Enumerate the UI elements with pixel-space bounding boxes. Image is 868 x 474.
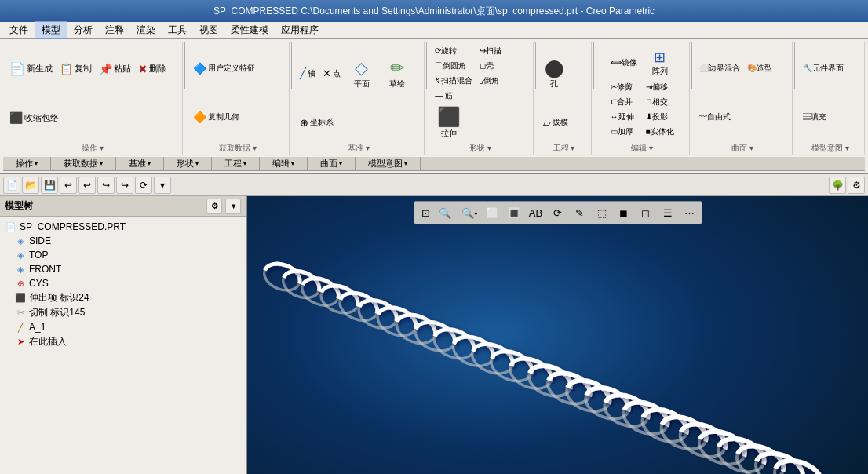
btn-paste[interactable]: 📌 粘贴 [96, 61, 134, 77]
menu-model[interactable]: 模型 [35, 21, 67, 39]
vp-more[interactable]: ☰ [658, 203, 678, 222]
btn-style[interactable]: 🎨造型 [744, 61, 775, 75]
btn-hole[interactable]: ⬤ 孔 [540, 56, 568, 92]
tree-item-top[interactable]: ◈ TOP [3, 248, 243, 262]
btn-trim[interactable]: ✂修剪 [607, 80, 642, 94]
quick-undo2[interactable]: ↩ [78, 177, 96, 194]
btn-boundary[interactable]: ⬜边界混合 [696, 61, 743, 75]
section-edit[interactable]: 编辑 ▾ [260, 157, 308, 170]
view-options[interactable]: ⚙ [848, 177, 865, 194]
btn-fill[interactable]: ▤填充 [800, 110, 830, 124]
tree-item-root[interactable]: 📄 SP_COMPRESSED.PRT [3, 220, 243, 234]
btn-extend[interactable]: ↔延伸 [607, 110, 642, 124]
vp-ab[interactable]: AB [526, 203, 546, 222]
menu-view[interactable]: 视图 [193, 22, 224, 38]
sidebar-settings[interactable]: ⚙ [206, 199, 222, 214]
quick-new-file[interactable]: 📄 [3, 177, 20, 194]
vp-extra[interactable]: ⋯ [680, 203, 700, 222]
btn-array[interactable]: ⊞ 阵列 [643, 46, 677, 79]
tree-toggle[interactable]: 🌳 [829, 177, 846, 194]
viewport[interactable]: // Spring will be drawn via JS below ⊡ 🔍… [247, 196, 868, 474]
quick-regen[interactable]: ⟳ [135, 177, 152, 194]
btn-project[interactable]: ⬇投影 [643, 110, 677, 124]
btn-round[interactable]: ⌒倒圆角 [432, 59, 476, 73]
btn-copy-geo[interactable]: 🔶 复制几何 [190, 109, 243, 125]
btn-draft[interactable]: ▱ 拔模 [540, 115, 571, 130]
tree-item-a1-label: A_1 [29, 322, 46, 333]
section-shape[interactable]: 形状 ▾ [164, 157, 212, 170]
btn-rib[interactable]: — 筋 [432, 89, 476, 103]
quick-open[interactable]: 📂 [22, 177, 39, 194]
tree-item-a1[interactable]: ╱ A_1 [3, 320, 243, 334]
menu-render[interactable]: 渲染 [130, 22, 162, 38]
section-intent[interactable]: 模型意图 ▾ [356, 157, 421, 170]
tree-item-cys[interactable]: ⊕ CYS [3, 276, 243, 290]
sep6 [691, 42, 692, 89]
btn-component-interface[interactable]: 🔧元件界面 [800, 61, 847, 75]
section-operations-label: 操作 [16, 158, 33, 170]
btn-sweep[interactable]: ↪扫描 [476, 44, 520, 58]
btn-plane[interactable]: ◇ 平面 [345, 56, 379, 92]
btn-shell[interactable]: ◻壳 [476, 59, 520, 73]
btn-intersect[interactable]: ⊓相交 [643, 95, 677, 109]
menu-tools[interactable]: 工具 [162, 22, 193, 38]
btn-solidify[interactable]: ■实体化 [643, 125, 677, 139]
section-datum[interactable]: 基准 ▾ [116, 157, 164, 170]
btn-coord[interactable]: ⊕ 坐标系 [297, 115, 337, 130]
btn-freestyle[interactable]: 〰自由式 [696, 110, 734, 124]
menu-file[interactable]: 文件 [3, 22, 35, 38]
btn-revolve[interactable]: ⟳旋转 [432, 44, 476, 58]
tree-item-protrusion[interactable]: ⬛ 伸出项 标识24 [3, 290, 243, 305]
btn-chamfer[interactable]: ⌟倒角 [476, 74, 520, 88]
vp-repaint[interactable]: ⟳ [548, 203, 568, 222]
tree-item-front[interactable]: ◈ FRONT [3, 262, 243, 276]
vp-shade-edge[interactable]: ◻ [636, 203, 656, 222]
btn-mirror[interactable]: ⟺镜像 [607, 46, 642, 79]
vp-view-box[interactable]: ⬜ [482, 203, 502, 222]
tree-item-cut[interactable]: ✂ 切制 标识145 [3, 305, 243, 320]
shape-grid: ⟳旋转 ↪扫描 ⌒倒圆角 ◻壳 ↯扫描混合 ⌟倒角 — 筋 [432, 44, 520, 103]
quick-redo2[interactable]: ↪ [116, 177, 133, 194]
tree-item-side[interactable]: ◈ SIDE [3, 234, 243, 248]
section-surface[interactable]: 曲面 ▾ [308, 157, 356, 170]
section-engineering[interactable]: 工程 ▾ [212, 157, 260, 170]
btn-delete[interactable]: ✖ 删除 [135, 61, 170, 77]
btn-copy[interactable]: 📋 复制 [57, 61, 95, 77]
btn-point[interactable]: ✕ 点 [319, 66, 344, 81]
btn-sketch[interactable]: ✏ 草绘 [380, 56, 414, 92]
menu-analysis[interactable]: 分析 [67, 22, 99, 38]
btn-sweep-blend[interactable]: ↯扫描混合 [432, 74, 476, 88]
quick-redo1[interactable]: ↪ [97, 177, 115, 194]
btn-thicken[interactable]: ▭加厚 [607, 125, 642, 139]
menu-annotation[interactable]: 注释 [99, 22, 130, 38]
quick-save[interactable]: 💾 [41, 177, 58, 194]
btn-merge[interactable]: ⊂合并 [607, 95, 642, 109]
axis-icon-a1: ╱ [14, 321, 27, 334]
btn-shrink[interactable]: ⬛ 收缩包络 [6, 110, 62, 126]
tree-item-insert-label: 在此插入 [29, 335, 67, 348]
vp-zoom-out[interactable]: 🔍- [460, 203, 480, 222]
vp-shading[interactable]: ◼ [614, 203, 634, 222]
btn-extrude[interactable]: ⬛ 拉伸 [432, 104, 466, 141]
vp-zoom-fit[interactable]: ⊡ [416, 203, 436, 222]
vp-hidden[interactable]: ⬚ [592, 203, 612, 222]
btn-new[interactable]: 📄 新生成 [6, 60, 56, 78]
sidebar-expand[interactable]: ▾ [225, 199, 241, 214]
quick-dropdown[interactable]: ▾ [154, 177, 171, 194]
section-getdata[interactable]: 获取数据 ▾ [51, 157, 116, 170]
datum-buttons: ╱ 轴 ✕ 点 ◇ 平面 ✏ 草绘 ⊕ 坐标系 [297, 44, 421, 141]
btn-offset[interactable]: ⇥偏移 [643, 80, 677, 94]
quick-undo1[interactable]: ↩ [60, 177, 77, 194]
section-operations[interactable]: 操作 ▾ [3, 157, 51, 170]
menu-apps[interactable]: 应用程序 [275, 22, 325, 38]
vp-3d[interactable]: 🔳 [504, 203, 524, 222]
sketch-icon: ✏ [390, 58, 404, 78]
vp-zoom-in[interactable]: 🔍+ [438, 203, 458, 222]
tree-item-insert[interactable]: ➤ 在此插入 [3, 334, 243, 349]
section-getdata-arrow: ▾ [100, 160, 103, 167]
menu-flex[interactable]: 柔性建模 [224, 22, 275, 38]
vp-draw-mode[interactable]: ✎ [570, 203, 590, 222]
btn-axis[interactable]: ╱ 轴 [297, 66, 319, 81]
copy-label: 复制 [75, 63, 92, 75]
btn-user-feature[interactable]: 🔷 用户定义特征 [190, 60, 258, 76]
